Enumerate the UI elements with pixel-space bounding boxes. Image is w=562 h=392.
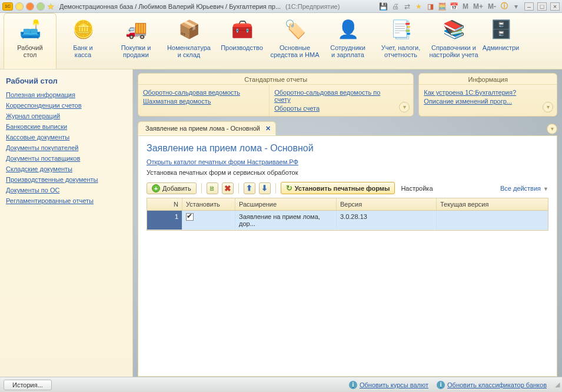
copy-button[interactable]: 🗎 <box>207 182 218 194</box>
minimize-button[interactable]: – <box>524 2 534 11</box>
cell-ver: 3.0.28.13 <box>337 211 437 230</box>
move-up-button[interactable]: ⬆ <box>244 182 255 194</box>
doc-tab[interactable]: Заявление на прием лома - Основной ✕ <box>138 121 276 135</box>
plus-icon: + <box>152 184 160 192</box>
ribbon-assets[interactable]: 🏷️ Основные средства и НМА <box>268 13 321 69</box>
forms-grid: N Установить Расширение Версия Текущая в… <box>147 198 548 231</box>
sidebar-item-0[interactable]: Полезная информация <box>6 91 127 98</box>
update-rates-link[interactable]: i Обновить курсы валют <box>349 381 428 389</box>
server-icon: 🗄️ <box>488 17 513 42</box>
print-icon[interactable]: 🖨 <box>391 2 400 11</box>
col-ver[interactable]: Версия <box>337 198 437 210</box>
ribbon-bank[interactable]: 🪙 Банк и касса <box>56 13 109 69</box>
coins-icon: 🪙 <box>71 17 95 42</box>
report-link[interactable]: Шахматная ведомость <box>143 98 264 105</box>
report-link[interactable]: Оборотно-сальдовая ведомость <box>143 89 264 96</box>
person-icon: 👤 <box>335 17 360 42</box>
window-dot-1[interactable] <box>15 2 24 11</box>
checkbox-icon[interactable] <box>186 213 194 221</box>
col-n[interactable]: N <box>147 198 182 210</box>
window-dot-2[interactable] <box>26 2 34 11</box>
move-down-button[interactable]: ⬇ <box>259 182 271 194</box>
col-ext[interactable]: Расширение <box>235 198 337 210</box>
cell-set[interactable] <box>182 211 235 230</box>
dropdown-icon[interactable]: ▾ <box>511 2 521 11</box>
toolbar: + Добавить 🗎 ✖ ⬆ ⬇ ↻ Установить печатные… <box>147 182 548 194</box>
favorite-icon[interactable]: ★ <box>414 2 424 11</box>
star-icon[interactable]: ★ <box>47 2 55 11</box>
sidebar-item-5[interactable]: Документы покупателей <box>6 144 127 151</box>
sidebar-item-2[interactable]: Журнал операций <box>6 112 127 119</box>
col-cur[interactable]: Текущая версия <box>437 198 548 210</box>
ribbon-trade[interactable]: 🚚 Покупки и продажи <box>109 13 162 69</box>
flag-icon[interactable]: ◨ <box>426 2 435 11</box>
open-catalog-link[interactable]: Открыть каталог печатных форм Настраивае… <box>147 158 298 165</box>
table-row[interactable]: 1 Заявление на прием лома, дор... 3.0.28… <box>147 211 548 230</box>
ribbon-hr[interactable]: 👤 Сотрудники и зарплата <box>321 13 374 69</box>
info-icon[interactable]: ⓘ <box>500 1 509 11</box>
panel-reports-title: Стандартные отчеты <box>138 74 413 85</box>
mem-M[interactable]: M <box>461 2 470 11</box>
sidebar-item-7[interactable]: Складские документы <box>6 165 127 172</box>
asset-icon: 🏷️ <box>282 17 307 42</box>
mem-Mminus[interactable]: M- <box>487 2 497 11</box>
sidebar-item-8[interactable]: Производственные документы <box>6 176 127 183</box>
report-link[interactable]: Оборотно-сальдовая ведомость по счету <box>274 89 395 103</box>
window-dot-3[interactable] <box>36 2 45 11</box>
sidebar-item-9[interactable]: Документы по ОС <box>6 187 127 194</box>
books-icon: 📚 <box>441 17 466 42</box>
status-bar: История... i Обновить курсы валют i Обно… <box>0 377 562 392</box>
report-icon: 📑 <box>388 17 413 42</box>
history-button[interactable]: История... <box>4 380 52 390</box>
toolbox-icon: 🧰 <box>230 17 254 42</box>
resize-grip-icon[interactable]: ◢ <box>555 381 558 388</box>
delete-button[interactable]: ✖ <box>222 182 234 194</box>
reload-icon: ↻ <box>286 184 292 192</box>
ribbon-production[interactable]: 🧰 Производство <box>215 13 268 69</box>
panel-info-title: Информация <box>419 74 557 85</box>
ribbon-label: Рабочий стол <box>17 44 42 58</box>
compare-icon[interactable]: ⇄ <box>403 2 412 11</box>
close-window-button[interactable]: × <box>550 2 560 11</box>
doc-page: Заявление на прием лома - Основной Откры… <box>138 135 557 377</box>
ribbon-desktop[interactable]: 🛋️ Рабочий стол <box>4 13 56 69</box>
ribbon-admin[interactable]: 🗄️ Администри <box>480 13 521 69</box>
report-link[interactable]: Обороты счета <box>274 105 395 112</box>
sidebar-heading: Рабочий стол <box>6 77 127 85</box>
cell-ext: Заявление на прием лома, дор... <box>235 211 337 230</box>
close-icon[interactable]: ✕ <box>265 125 271 132</box>
cell-n: 1 <box>147 211 182 230</box>
mem-Mplus[interactable]: M+ <box>472 2 484 11</box>
calc-icon[interactable]: 🧮 <box>438 2 447 11</box>
info-link[interactable]: Описание изменений прогр... <box>424 98 539 105</box>
all-actions-menu[interactable]: Все действия▼ <box>500 185 548 192</box>
ribbon-tax[interactable]: 📑 Учет, налоги, отчетность <box>374 13 427 69</box>
cell-cur <box>437 211 548 230</box>
update-banks-link[interactable]: i Обновить классификатор банков <box>437 381 547 389</box>
tab-more-icon[interactable]: ▾ <box>547 124 557 134</box>
col-set[interactable]: Установить <box>182 198 235 210</box>
add-button[interactable]: + Добавить <box>147 182 197 194</box>
app-1c-icon: 1C <box>2 2 13 11</box>
panel-more-icon[interactable]: ▾ <box>543 102 553 112</box>
grid-header: N Установить Расширение Версия Текущая в… <box>147 198 548 211</box>
ribbon-catalog[interactable]: 📚 Справочники и настройки учета <box>427 13 480 69</box>
info-link[interactable]: Как устроена 1С:Бухгалтерия? <box>424 89 539 96</box>
panel-info: Информация Как устроена 1С:Бухгалтерия? … <box>418 73 557 117</box>
calendar-icon[interactable]: 📅 <box>450 2 459 11</box>
sidebar-item-4[interactable]: Кассовые документы <box>6 134 127 141</box>
boxes-icon: 📦 <box>177 17 201 42</box>
settings-link[interactable]: Настройка <box>401 185 433 192</box>
sidebar-item-1[interactable]: Корреспонденции счетов <box>6 102 127 109</box>
title-bar: 1C ★ Демонстрационная база / Любимов Вал… <box>0 0 562 13</box>
window-title: Демонстрационная база / Любимов Валерий … <box>57 3 281 10</box>
doc-tab-label: Заявление на прием лома - Основной <box>145 125 260 132</box>
sidebar-item-3[interactable]: Банковские выписки <box>6 123 127 130</box>
sidebar-item-10[interactable]: Регламентированные отчеты <box>6 197 127 204</box>
install-forms-button[interactable]: ↻ Установить печатные формы <box>281 182 395 194</box>
maximize-button[interactable]: □ <box>537 2 547 11</box>
ribbon-stock[interactable]: 📦 Номенклатура и склад <box>162 13 215 69</box>
truck-icon: 🚚 <box>124 17 148 42</box>
sidebar-item-6[interactable]: Документы поставщиков <box>6 155 127 162</box>
save-icon[interactable]: 💾 <box>379 2 388 11</box>
